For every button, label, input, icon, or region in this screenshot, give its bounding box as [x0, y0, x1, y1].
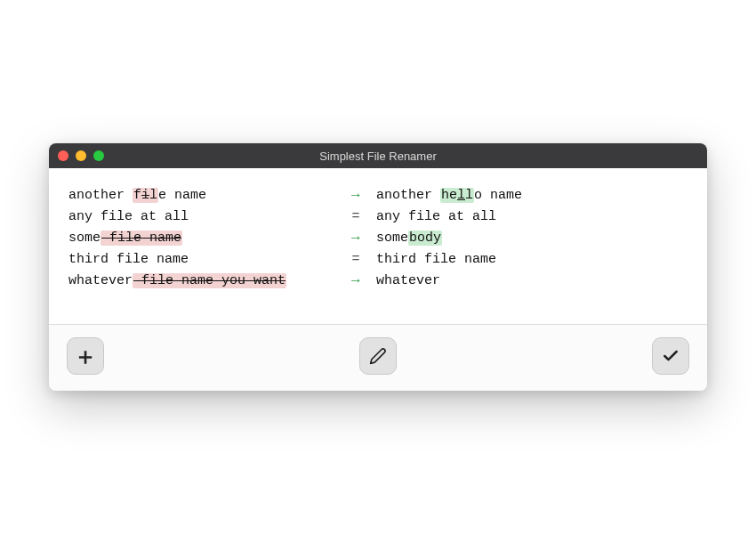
app-window: Simplest File Renamer another file name … — [49, 143, 707, 391]
check-icon — [662, 347, 680, 365]
footer-toolbar: ＋ — [49, 324, 707, 391]
diff-removed: file name — [101, 231, 182, 246]
after-name: another hello name — [376, 185, 643, 206]
arrow-icon: → — [335, 270, 376, 292]
diff-removed: file name you want — [133, 273, 286, 288]
equals-icon: = — [335, 249, 376, 270]
titlebar[interactable]: Simplest File Renamer — [49, 143, 707, 168]
window-title: Simplest File Renamer — [49, 150, 707, 163]
pencil-icon — [369, 347, 387, 365]
before-name: some file name — [68, 228, 335, 248]
rename-row: whatever file name you want → whatever — [68, 270, 688, 292]
before-name: any file at all — [68, 206, 335, 227]
minimize-icon[interactable] — [76, 150, 86, 161]
before-name: whatever file name you want — [68, 271, 335, 291]
equals-icon: = — [335, 206, 376, 227]
edit-button[interactable] — [359, 337, 397, 375]
rename-row: another file name → another hello name — [68, 184, 688, 206]
after-name: somebody — [376, 228, 643, 248]
close-icon[interactable] — [58, 150, 68, 161]
rename-row: any file at all = any file at all — [68, 206, 688, 227]
before-name: another file name — [68, 185, 335, 206]
diff-added: hell — [440, 188, 474, 203]
traffic-lights — [58, 150, 104, 161]
rename-row: some file name → somebody — [68, 227, 688, 249]
before-name: third file name — [68, 249, 335, 270]
rename-list: another file name → another hello name a… — [49, 168, 707, 324]
after-name: any file at all — [376, 206, 643, 227]
arrow-icon: → — [335, 227, 376, 249]
add-button[interactable]: ＋ — [67, 337, 104, 375]
zoom-icon[interactable] — [93, 150, 104, 161]
plus-icon: ＋ — [74, 344, 97, 368]
after-name: third file name — [376, 249, 643, 270]
diff-added: body — [408, 231, 442, 246]
arrow-icon: → — [335, 184, 376, 206]
rename-row: third file name = third file name — [68, 249, 688, 270]
confirm-button[interactable] — [652, 337, 689, 375]
diff-removed: fil — [133, 188, 158, 203]
after-name: whatever — [376, 271, 643, 291]
